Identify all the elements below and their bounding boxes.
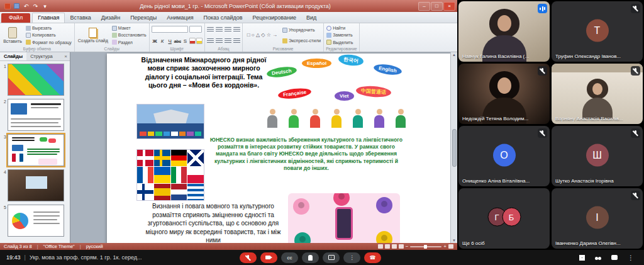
reading-view-icon[interactable] (392, 244, 397, 249)
participant-tile-avatar[interactable]: І Іванченко Дарина Олегівн... (552, 188, 643, 249)
zoom-in-button[interactable]: + (443, 244, 447, 249)
undo-icon[interactable]: ↶ (22, 2, 30, 10)
zoom-out-button[interactable]: − (406, 244, 409, 249)
participant-tile-video[interactable]: Ворняну Анастасія Василів... (552, 64, 643, 124)
raise-hand-button[interactable] (302, 252, 319, 263)
tab-insert[interactable]: Вставка (65, 13, 96, 23)
participant-tile-photo[interactable]: Недождій Тетяна Володим... (458, 64, 550, 124)
slide-canvas[interactable]: Відзначення Міжнародного дня рідної мови… (107, 54, 452, 243)
camera-off-button[interactable] (260, 252, 277, 263)
zoom-slider[interactable] (410, 246, 441, 247)
participant-tile-avatar[interactable]: Ш Шутко Анастасія Ігорівна (552, 126, 643, 186)
tab-transitions[interactable]: Переходы (125, 13, 162, 23)
bullets-button[interactable] (207, 27, 214, 32)
arrange-button[interactable]: Упорядочить (282, 28, 321, 33)
panel-tab-slides[interactable]: Слайды (0, 52, 26, 60)
select-button[interactable]: Выделить (326, 40, 353, 45)
leave-call-button[interactable]: ☎ (364, 252, 381, 263)
highlight-color-button[interactable] (196, 38, 203, 44)
text-shadow-button[interactable]: S (182, 38, 189, 45)
vertical-scrollbar[interactable]: ▲ ▼ (450, 52, 457, 243)
panel-tab-outline[interactable]: Структура (26, 52, 57, 60)
redo-icon[interactable]: ↷ (31, 2, 40, 10)
chat-button[interactable] (608, 252, 621, 263)
participant-tile-avatar[interactable]: О Онищенко Аліна Віталіївна... (458, 126, 550, 186)
indent-decrease-button[interactable] (225, 27, 231, 32)
slide-title[interactable]: Відзначення Міжнародного дня рідної мови… (135, 56, 272, 90)
unesco-building-image[interactable] (136, 104, 204, 139)
close-panel-icon[interactable]: × (62, 54, 70, 59)
participant-tile-avatar[interactable]: Т Труфин Олександр Іванов... (552, 1, 643, 62)
slide-thumbnail-row-selected[interactable]: 3 (1, 134, 69, 166)
slide-thumbnail-row[interactable]: 4 (1, 169, 69, 201)
slide-paragraph-unesco[interactable]: ЮНЕСКО визнає важливість збереження куль… (209, 137, 403, 172)
tab-view[interactable]: Вид (301, 13, 321, 23)
video-chat-illustration[interactable] (288, 193, 400, 243)
tab-animations[interactable]: Анимация (162, 13, 198, 23)
layout-button[interactable]: Макет (111, 26, 147, 31)
language-indicator[interactable]: русский (86, 244, 103, 249)
replace-button[interactable]: Заменить (326, 33, 353, 38)
present-button[interactable]: ↑ (323, 252, 340, 263)
slide-5-thumbnail[interactable] (8, 205, 64, 237)
paste-button[interactable]: Вставить (2, 25, 23, 46)
align-center-button[interactable] (216, 38, 223, 43)
captions-button[interactable]: cc (281, 252, 298, 263)
font-size-combobox[interactable] (189, 26, 202, 33)
slide-sorter-view-icon[interactable] (385, 244, 390, 249)
scroll-down-icon[interactable]: ▼ (452, 239, 456, 242)
new-slide-button[interactable]: Создать слайд (77, 25, 109, 46)
font-name-combobox[interactable] (152, 26, 188, 33)
copy-button[interactable]: Копировать (25, 33, 72, 38)
tab-home[interactable]: Главная (32, 13, 65, 23)
save-icon[interactable] (13, 2, 21, 10)
justify-button[interactable] (233, 38, 240, 43)
slide-paragraph-diversity[interactable]: Визнання і повага мовного та культурного… (138, 202, 288, 243)
close-button[interactable]: × (443, 2, 455, 11)
scroll-up-icon[interactable]: ▲ (452, 53, 456, 57)
italic-button[interactable]: К (159, 38, 166, 45)
strikethrough-button[interactable]: abc (174, 38, 181, 45)
slide-3-thumbnail[interactable] (8, 134, 64, 166)
fit-to-window-icon[interactable] (448, 244, 453, 249)
numbering-button[interactable] (216, 27, 223, 32)
slide-thumbnail-row[interactable]: 2 (1, 99, 69, 131)
shapes-gallery[interactable]: □ ○ △ ◇ ☆ → (245, 25, 280, 46)
minimize-button[interactable]: – (418, 2, 430, 11)
normal-view-icon[interactable] (378, 244, 383, 249)
align-left-button[interactable] (207, 38, 214, 43)
maximize-button[interactable]: □ (431, 2, 443, 11)
section-button[interactable]: Раздел (111, 40, 147, 45)
slideshow-view-icon[interactable] (399, 244, 404, 249)
reset-button[interactable]: Восстановить (111, 33, 147, 38)
align-right-button[interactable] (225, 38, 231, 43)
tab-design[interactable]: Дизайн (96, 13, 125, 23)
tab-file[interactable]: Файл (1, 13, 30, 23)
indent-increase-button[interactable] (233, 27, 240, 32)
scrollbar-thumb[interactable] (452, 129, 457, 167)
underline-button[interactable]: Ч (167, 38, 174, 45)
zoom-slider-knob[interactable] (424, 245, 427, 249)
titlebar[interactable]: ↶ ↷ ▾ День рідної мови_1 гр. - Microsoft… (0, 0, 457, 12)
format-painter-button[interactable]: Формат по образцу (25, 40, 72, 45)
activities-button[interactable] (575, 252, 589, 263)
find-button[interactable]: Найти (326, 26, 353, 31)
slide-1-thumbnail[interactable] (8, 64, 64, 96)
font-color-button[interactable] (189, 38, 196, 44)
tab-review[interactable]: Рецензирование (248, 13, 302, 23)
more-panels-button[interactable]: ⋮ (624, 252, 638, 263)
qat-dropdown-icon[interactable]: ▾ (41, 2, 49, 10)
mute-microphone-button[interactable] (240, 252, 257, 263)
slide-editing-area[interactable]: Відзначення Міжнародного дня рідної мови… (70, 52, 457, 243)
slide-thumbnail-row[interactable]: 1 (1, 64, 69, 96)
slide-2-thumbnail[interactable] (8, 99, 64, 131)
slide-thumbnail-row[interactable]: 5 (1, 205, 69, 237)
quick-styles-button[interactable]: Экспресс-стили (282, 38, 321, 43)
participant-tile-video[interactable]: Навчук Галина Василівна (... (458, 1, 550, 62)
slide-4-thumbnail[interactable] (8, 169, 64, 201)
tab-slideshow[interactable]: Показ слайдов (199, 13, 248, 23)
participants-button[interactable] (591, 252, 605, 263)
flags-collage-image[interactable] (136, 149, 204, 201)
more-options-button[interactable]: ⋮ (343, 252, 360, 263)
languages-people-image[interactable]: Deutsch Español 한국어 English Française Vi… (264, 55, 409, 137)
